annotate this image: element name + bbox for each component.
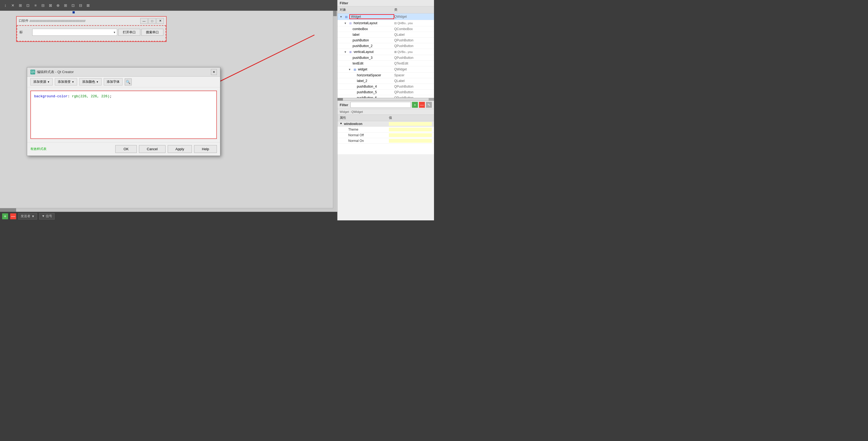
tree-item-label2-name: label_2 — [357, 79, 394, 83]
property-panel: Filter + — ✎ Widget : QWidget 属性 值 ▼ win… — [338, 100, 434, 154]
help-button[interactable]: Help — [194, 145, 217, 153]
prop-indent-theme — [340, 128, 348, 131]
hlayout-icon: ⊟ — [348, 21, 352, 25]
prop-filter-label: Filter — [340, 103, 348, 107]
add-font-button[interactable]: 添加字体 — [104, 78, 123, 86]
layout2-icon[interactable]: ⊟ — [40, 2, 46, 9]
modal-close-button[interactable]: ✕ — [211, 69, 217, 75]
prop-name-theme: Theme — [348, 128, 389, 131]
open-serial-button[interactable]: 打开串口 — [118, 29, 140, 36]
modal-title-icon: QS — [30, 70, 35, 74]
serial-combobox[interactable]: ▼ — [32, 29, 117, 36]
prop-add-button[interactable]: + — [412, 102, 418, 108]
valid-stylesheet-label[interactable]: 有效样式表 — [30, 147, 46, 151]
prop-item-normaloff[interactable]: Normal Off — [338, 132, 434, 138]
ok-button[interactable]: OK — [115, 145, 137, 153]
tree-item-combobox[interactable]: comboBox QComboBox — [338, 26, 434, 32]
add-color-button[interactable]: 添加颜色 ▼ — [79, 78, 101, 86]
expand-vlayout-icon[interactable]: ▼ — [344, 51, 348, 54]
tree-item-label-class: QLabel — [394, 33, 432, 36]
maximize-button[interactable]: □ — [148, 18, 156, 24]
prop-edit-button[interactable]: ✎ — [426, 102, 432, 108]
object-tree[interactable]: 对象 类 ▼ ▤ Widget QWidget ▼ ⊟ horizontalLa… — [338, 6, 434, 98]
prop-item-theme[interactable]: Theme — [338, 127, 434, 132]
form-body: 标 ▼ 打开串口 搜索串口 — [17, 25, 166, 41]
remove-signal-button[interactable]: — — [10, 213, 16, 219]
expand-hlayout-icon[interactable]: ▼ — [344, 22, 348, 25]
signal-dropdown[interactable]: ▼ 信号 — [39, 213, 55, 220]
form-row-serial: 标 ▼ 打开串口 搜索串口 — [19, 28, 163, 36]
layout1-icon[interactable]: ≡ — [32, 2, 39, 9]
grid-icon[interactable]: ⊞ — [62, 2, 69, 9]
tree-item-pushbutton6-class: QPushButton — [394, 96, 432, 98]
tree-item-hspacer-class: Spacer — [394, 73, 432, 77]
tree-item-pushbutton2-name: pushButton_2 — [352, 44, 394, 48]
prop-remove-button[interactable]: — — [419, 102, 425, 108]
tree-item-vlayout-class: ⊞ QVBo...you — [394, 50, 432, 54]
tree-col-class: 类 — [394, 7, 432, 12]
sender-dropdown[interactable]: 发送者 ▼ — [18, 213, 37, 220]
paste-icon[interactable]: ⊡ — [25, 2, 31, 9]
minimize-button[interactable]: — — [140, 18, 148, 24]
stylesheet-editor[interactable]: background-color: rgb(226, 226, 226); — [30, 91, 217, 139]
tree-item-vlayout[interactable]: ▼ ⊞ verticalLayout ⊞ QVBo...you — [338, 49, 434, 55]
close-toolbar-icon[interactable]: ✕ — [10, 2, 16, 9]
prop-item-normalon[interactable]: Normal On — [338, 138, 434, 144]
prop-name-normaloff: Normal Off — [348, 133, 389, 137]
search-serial-button[interactable]: 搜索串口 — [141, 29, 163, 36]
tree-item-hspacer[interactable]: horizontalSpacer Spacer — [338, 72, 434, 78]
tree-item-pushbutton-class: QPushButton — [394, 38, 432, 42]
prop-filter-input[interactable] — [350, 102, 411, 108]
tree-item-pushbutton6[interactable]: pushButton_6 QPushButton — [338, 95, 434, 98]
tree-item-textedit-name: textEdit — [352, 62, 394, 65]
css-colon: : — [68, 94, 72, 98]
copy-icon[interactable]: ⊞ — [17, 2, 24, 9]
cancel-button[interactable]: Cancel — [139, 145, 165, 153]
add-gradient-button[interactable]: 添加渐变 ▼ — [55, 78, 77, 86]
prop-item-windowicon[interactable]: ▼ windowIcon — [338, 121, 434, 127]
prop-indent-normalon — [340, 139, 348, 143]
arrow-updown-icon[interactable]: ↕ — [2, 2, 9, 9]
break-icon[interactable]: ⊟ — [78, 2, 84, 9]
tree-item-pushbutton3[interactable]: pushButton_3 QPushButton — [338, 55, 434, 61]
tree-item-textedit[interactable]: textEdit QTextEdit — [338, 61, 434, 66]
css-property-value: rgb(226, 226, 226) — [72, 94, 110, 98]
tree-item-widget[interactable]: ▼ ▤ Widget QWidget — [338, 13, 434, 20]
add-signal-button[interactable]: + — [2, 213, 8, 219]
apply-button[interactable]: Apply — [168, 145, 192, 153]
tree-item-widget2[interactable]: ▼ ▤ widget QWidget — [338, 66, 434, 72]
align-icon[interactable]: ⊡ — [70, 2, 76, 9]
tree-item-pushbutton5[interactable]: pushButton_5 QPushButton — [338, 90, 434, 95]
tree-item-pushbutton2[interactable]: pushButton_2 QPushButton — [338, 43, 434, 49]
vertical-scrollbar[interactable] — [333, 11, 337, 212]
expand-widget-icon[interactable]: ▼ — [340, 15, 344, 18]
stylesheet-editor-dialog[interactable]: QS 编辑样式表 - Qt Creator ✕ 添加资源 ▼ 添加渐变 ▼ 添加… — [27, 67, 220, 156]
layout4-icon[interactable]: ⊕ — [55, 2, 61, 9]
selection-dot-top — [72, 11, 75, 13]
tree-col-object: 对象 — [340, 7, 394, 12]
expand-widget2-icon[interactable]: ▼ — [348, 68, 352, 71]
tree-item-hlayout[interactable]: ▼ ⊟ horizontalLayout ⊟ QHBo...you — [338, 20, 434, 26]
search-icon[interactable]: 🔍 — [125, 78, 132, 86]
tree-hscrollbar[interactable] — [338, 98, 434, 100]
add-resource-button[interactable]: 添加资源 ▼ — [30, 78, 53, 86]
tree-item-label[interactable]: label QLabel — [338, 32, 434, 38]
tree-item-label2[interactable]: label_2 QLabel — [338, 78, 434, 84]
tree-item-pushbutton4[interactable]: pushButton_4 QPushButton — [338, 84, 434, 90]
tree-item-pushbutton[interactable]: pushButton QPushButton — [338, 38, 434, 43]
prop-value-windowicon — [389, 122, 432, 126]
widget-icon: ▤ — [344, 14, 348, 19]
preview-icon[interactable]: ⊠ — [85, 2, 91, 9]
tree-item-widget-class: QWidget — [394, 15, 432, 19]
tree-item-widget2-name: widget — [358, 67, 394, 71]
tree-item-pushbutton2-class: QPushButton — [394, 44, 432, 48]
tree-item-pushbutton6-name: pushButton_6 — [357, 96, 394, 98]
prop-expand-windowicon[interactable]: ▼ — [340, 122, 344, 126]
tree-item-vlayout-name: verticalLayout — [354, 50, 394, 54]
close-button[interactable]: ✕ — [156, 18, 164, 24]
horizontal-scrollbar[interactable] — [0, 208, 334, 212]
prop-col-property: 属性 — [340, 116, 389, 120]
prop-value-normalon — [389, 139, 432, 143]
layout3-icon[interactable]: ⊠ — [47, 2, 54, 9]
property-table: 属性 值 ▼ windowIcon Theme Normal Off — [338, 115, 434, 154]
